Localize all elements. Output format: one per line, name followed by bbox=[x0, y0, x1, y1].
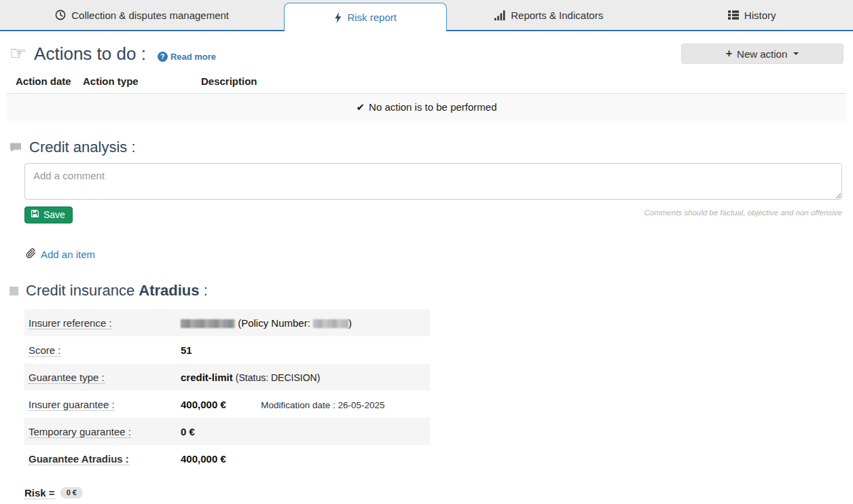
redacted-insurer-reference bbox=[181, 319, 235, 328]
guarantee-status: (Status: DECISION) bbox=[236, 372, 320, 383]
column-header-action-type: Action type bbox=[83, 75, 201, 87]
risk-label: Risk = bbox=[24, 487, 55, 499]
actions-header-row: ☞ Actions to do : ? Read more + New acti… bbox=[0, 31, 853, 65]
row-label: Temporary guarantee : bbox=[29, 426, 181, 437]
save-label: Save bbox=[43, 209, 65, 220]
row-label: Score : bbox=[29, 344, 181, 356]
paperclip-icon bbox=[26, 248, 36, 261]
check-icon: ✔ bbox=[356, 101, 365, 113]
hand-point-right-icon: ☞ bbox=[10, 44, 26, 63]
row-label: Guarantee Atradius : bbox=[29, 453, 181, 465]
row-insurer-reference: Insurer reference : (Policy Number: ) bbox=[24, 309, 430, 336]
list-icon bbox=[728, 10, 739, 20]
tab-history[interactable]: History bbox=[651, 0, 853, 30]
row-temporary-guarantee: Temporary guarantee : 0 € bbox=[24, 418, 430, 445]
row-label: Insurer guarantee : bbox=[29, 399, 181, 410]
row-value: 400,000 € Modification date : 26-05-2025 bbox=[181, 399, 430, 410]
score-value: 51 bbox=[181, 344, 430, 356]
clock-icon bbox=[55, 10, 66, 20]
comment-input[interactable] bbox=[24, 163, 842, 200]
row-value: credit-limit (Status: DECISION) bbox=[181, 372, 430, 383]
no-action-row: ✔No action is to be performed bbox=[7, 94, 846, 121]
credit-analysis-title: Credit analysis : bbox=[29, 139, 136, 156]
modification-date: Modification date : 26-05-2025 bbox=[261, 400, 384, 410]
bar-chart-icon bbox=[494, 10, 505, 20]
new-action-label: New action bbox=[737, 48, 787, 60]
credit-insurance-title: Credit insurance Atradius : bbox=[26, 282, 208, 300]
square-icon bbox=[10, 287, 18, 295]
tab-reports-indicators[interactable]: Reports & Indicators bbox=[447, 0, 651, 30]
speech-bubble-icon bbox=[10, 142, 22, 153]
actions-table: Action date Action type Description ✔No … bbox=[7, 75, 846, 121]
column-header-description: Description bbox=[201, 75, 846, 87]
row-label: Insurer reference : bbox=[29, 317, 181, 329]
insurance-detail-table: Insurer reference : (Policy Number: ) Sc… bbox=[24, 309, 430, 472]
tab-label: Collection & disputes management bbox=[71, 10, 229, 21]
guarantee-atradius-value: 400,000 € bbox=[181, 453, 430, 465]
row-insurer-guarantee: Insurer guarantee : 400,000 € Modificati… bbox=[24, 391, 430, 418]
row-guarantee-atradius: Guarantee Atradius : 400,000 € bbox=[24, 445, 430, 472]
tab-collection-disputes[interactable]: Collection & disputes management bbox=[0, 0, 284, 30]
title-prefix: Credit insurance bbox=[26, 282, 134, 299]
policy-number-label: (Policy Number: bbox=[238, 317, 310, 329]
tab-label: Reports & Indicators bbox=[511, 10, 603, 21]
read-more-label: Read more bbox=[170, 52, 216, 62]
bolt-icon bbox=[334, 12, 342, 23]
actions-section-title: Actions to do : bbox=[34, 43, 146, 65]
add-item-label: Add an item bbox=[41, 249, 95, 260]
tab-risk-report[interactable]: Risk report bbox=[284, 3, 447, 31]
credit-insurance-header: Credit insurance Atradius : bbox=[0, 262, 853, 300]
no-action-message: No action is to be performed bbox=[369, 101, 496, 113]
title-suffix: : bbox=[204, 282, 208, 299]
temporary-guarantee-value: 0 € bbox=[181, 426, 430, 437]
redacted-policy-number bbox=[313, 319, 348, 328]
guarantee-type-value: credit-limit bbox=[181, 372, 233, 383]
risk-value-badge: 0 € bbox=[60, 487, 83, 499]
credit-analysis-header: Credit analysis : bbox=[0, 121, 853, 163]
caret-down-icon bbox=[793, 52, 799, 55]
column-header-action-date: Action date bbox=[7, 75, 83, 87]
actions-table-header: Action date Action type Description bbox=[7, 75, 846, 94]
read-more-link[interactable]: ? Read more bbox=[158, 52, 216, 62]
insurer-guarantee-value: 400,000 € bbox=[181, 399, 258, 410]
save-button[interactable]: Save bbox=[24, 206, 73, 223]
insurer-name: Atradius bbox=[139, 282, 199, 299]
row-label: Guarantee type : bbox=[29, 372, 181, 383]
tab-label: History bbox=[744, 10, 776, 21]
row-value: (Policy Number: ) bbox=[181, 317, 430, 329]
risk-summary: Risk = 0 € bbox=[24, 487, 853, 499]
add-item-link[interactable]: Add an item bbox=[26, 248, 95, 261]
tab-bar: Collection & disputes management Risk re… bbox=[0, 0, 853, 31]
new-action-button[interactable]: + New action bbox=[681, 43, 843, 64]
tab-label: Risk report bbox=[347, 12, 397, 23]
paren-close: ) bbox=[348, 317, 352, 329]
plus-icon: + bbox=[726, 48, 732, 59]
question-circle-icon: ? bbox=[158, 52, 168, 62]
floppy-disk-icon bbox=[31, 209, 39, 220]
comment-guideline-note: Comments should be factual, objective an… bbox=[644, 209, 842, 217]
row-score: Score : 51 bbox=[24, 336, 430, 363]
row-guarantee-type: Guarantee type : credit-limit (Status: D… bbox=[24, 363, 430, 391]
